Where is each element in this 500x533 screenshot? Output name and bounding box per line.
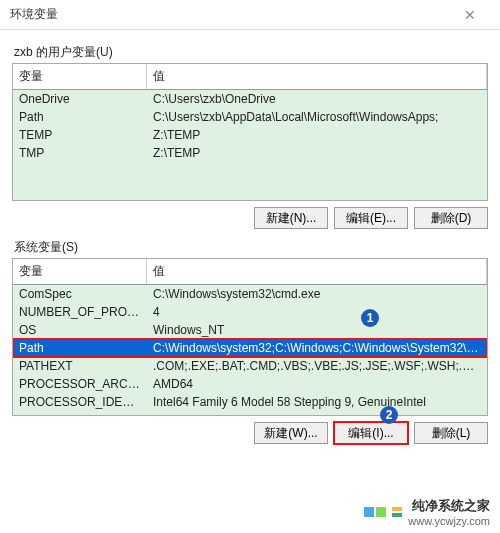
table-row[interactable]: PATHEXT .COM;.EXE;.BAT;.CMD;.VBS;.VBE;.J… [13,357,487,375]
table-row[interactable]: TEMP Z:\TEMP [13,126,487,144]
watermark-url: www.ycwjzy.com [408,515,490,527]
new-button[interactable]: 新建(N)... [254,207,328,229]
user-vars-buttons: 新建(N)... 编辑(E)... 删除(D) [12,207,488,229]
var-value: Windows_NT [147,322,487,338]
watermark-icon [392,507,402,517]
col-header-value[interactable]: 值 [147,259,487,284]
var-value: C:\Users\zxb\AppData\Local\Microsoft\Win… [147,109,487,125]
table-row[interactable]: PROCESSOR_IDENTIFIER Intel64 Family 6 Mo… [13,393,487,411]
table-row[interactable]: NUMBER_OF_PROCESSORS 4 [13,303,487,321]
edit-button[interactable]: 编辑(E)... [334,207,408,229]
new-button[interactable]: 新建(W)... [254,422,328,444]
col-header-name[interactable]: 变量 [13,259,147,284]
table-row[interactable]: PROCESSOR_ARCHITECT... AMD64 [13,375,487,393]
user-vars-body: OneDrive C:\Users\zxb\OneDrive Path C:\U… [13,90,487,200]
var-name: Path [13,109,147,125]
content-area: zxb 的用户变量(U) 变量 值 OneDrive C:\Users\zxb\… [0,30,500,466]
var-value: .COM;.EXE;.BAT;.CMD;.VBS;.VBE;.JS;.JSE;.… [147,358,487,374]
var-name: TEMP [13,127,147,143]
var-value: 4 [147,304,487,320]
close-icon[interactable]: ✕ [450,7,490,23]
var-name: PROCESSOR_IDENTIFIER [13,394,147,410]
system-vars-label: 系统变量(S) [14,239,488,256]
var-name: PATHEXT [13,358,147,374]
var-name: TMP [13,145,147,161]
delete-button[interactable]: 删除(D) [414,207,488,229]
watermark-name: 纯净系统之家 [408,497,490,515]
table-header: 变量 值 [13,64,487,90]
var-value: Z:\TEMP [147,127,487,143]
edit-button[interactable]: 编辑(I)... [334,422,408,444]
table-header: 变量 值 [13,259,487,285]
watermark: 纯净系统之家 www.ycwjzy.com [364,497,490,527]
table-row[interactable]: OS Windows_NT [13,321,487,339]
var-value: AMD64 [147,376,487,392]
var-name: ComSpec [13,286,147,302]
table-row[interactable]: Path C:\Users\zxb\AppData\Local\Microsof… [13,108,487,126]
titlebar: 环境变量 ✕ [0,0,500,30]
user-vars-label: zxb 的用户变量(U) [14,44,488,61]
watermark-text: 纯净系统之家 www.ycwjzy.com [408,497,490,527]
var-name: PROCESSOR_ARCHITECT... [13,376,147,392]
window-title: 环境变量 [10,6,450,23]
var-name: OS [13,322,147,338]
system-vars-body: ComSpec C:\Windows\system32\cmd.exe NUMB… [13,285,487,415]
watermark-icon [364,507,386,517]
var-value: Intel64 Family 6 Model 58 Stepping 9, Ge… [147,394,487,410]
var-name: Path [13,340,147,356]
user-vars-table: 变量 值 OneDrive C:\Users\zxb\OneDrive Path… [12,63,488,201]
system-vars-table: 变量 值 ComSpec C:\Windows\system32\cmd.exe… [12,258,488,416]
var-value: C:\Users\zxb\OneDrive [147,91,487,107]
col-header-name[interactable]: 变量 [13,64,147,89]
table-row-selected[interactable]: Path C:\Windows\system32;C:\Windows;C:\W… [13,339,487,357]
annotation-badge-2: 2 [380,406,398,424]
delete-button[interactable]: 删除(L) [414,422,488,444]
var-value: C:\Windows\system32;C:\Windows;C:\Window… [147,340,487,356]
var-value: Z:\TEMP [147,145,487,161]
table-row[interactable]: TMP Z:\TEMP [13,144,487,162]
annotation-badge-1: 1 [361,309,379,327]
var-value: C:\Windows\system32\cmd.exe [147,286,487,302]
var-name: OneDrive [13,91,147,107]
system-vars-buttons: 新建(W)... 编辑(I)... 删除(L) 2 [12,422,488,444]
table-row[interactable]: OneDrive C:\Users\zxb\OneDrive [13,90,487,108]
col-header-value[interactable]: 值 [147,64,487,89]
table-row[interactable]: ComSpec C:\Windows\system32\cmd.exe [13,285,487,303]
var-name: NUMBER_OF_PROCESSORS [13,304,147,320]
